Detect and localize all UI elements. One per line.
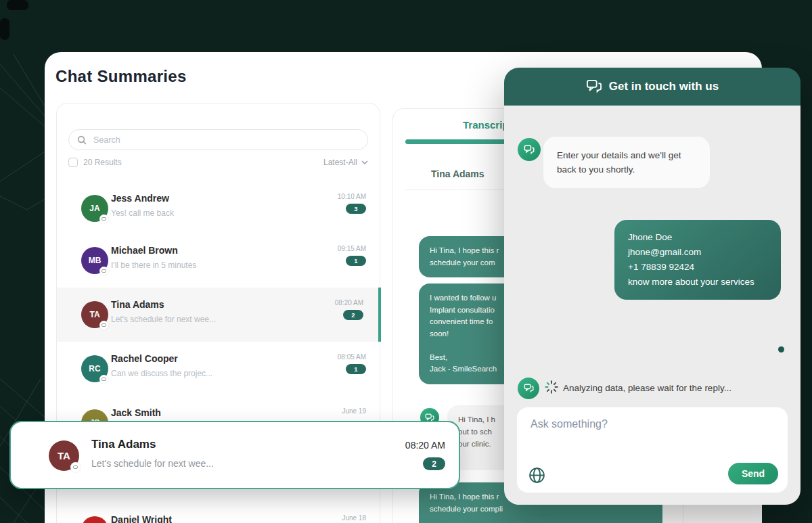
- bot-avatar-chat-icon: [518, 138, 541, 161]
- contact-row-jess-andrew[interactable]: JA Jess Andrew Yes! call me back 10:10 A…: [57, 181, 381, 235]
- toast-contact-name: Tina Adams: [91, 438, 156, 451]
- transcript-contact-name: Tina Adams: [431, 168, 484, 179]
- page-title: Chat Summaries: [55, 67, 187, 86]
- chat-widget: Get in touch with us Enter your details …: [504, 68, 800, 505]
- contact-row-daniel-wright[interactable]: DW Daniel Wright June 18: [57, 503, 381, 523]
- notification-toast-tina-adams[interactable]: TA Tina Adams Let's schedule for next we…: [9, 421, 460, 489]
- chat-source-icon: [99, 321, 108, 329]
- contact-row-tina-adams[interactable]: TA Tina Adams Let's schedule for next we…: [57, 288, 381, 342]
- search-box[interactable]: [68, 129, 368, 150]
- sort-filter-label: Latest-All: [323, 158, 357, 167]
- contact-name: Jack Smith: [111, 407, 161, 418]
- contact-last-message: Let's schedule for next wee...: [111, 315, 216, 324]
- chevron-down-icon: [361, 160, 368, 164]
- unread-badge: 1: [346, 256, 366, 266]
- results-count: 20 Results: [83, 158, 122, 167]
- contact-time: 08:05 AM: [338, 353, 366, 361]
- chat-widget-title: Get in touch with us: [609, 80, 719, 93]
- toast-unread-badge: 2: [423, 457, 445, 470]
- message-input[interactable]: [529, 417, 773, 457]
- chat-widget-body: Enter your details and we'll get back to…: [504, 106, 800, 505]
- contact-last-message: Can we discuss the projec...: [111, 369, 212, 378]
- contact-time: 09:15 AM: [338, 245, 366, 252]
- contact-time: 08:20 AM: [335, 299, 363, 306]
- chat-source-icon: [99, 375, 108, 384]
- search-input[interactable]: [92, 135, 359, 145]
- select-all-checkbox[interactable]: [68, 158, 78, 167]
- chat-source-icon: [99, 267, 108, 275]
- results-row: 20 Results Latest-All: [68, 158, 368, 167]
- toast-message: Let's schedule for next wee...: [91, 458, 214, 469]
- contact-name: Michael Brown: [111, 245, 178, 256]
- bot-avatar-chat-icon: [518, 378, 539, 399]
- message-status-dot: [778, 346, 784, 353]
- contact-last-message: Yes! call me back: [111, 208, 174, 218]
- unread-badge: 3: [346, 204, 366, 214]
- contact-name: Daniel Wright: [111, 514, 172, 523]
- globe-icon[interactable]: [528, 466, 546, 484]
- corner-decoration: [7, 0, 28, 10]
- search-icon: [77, 135, 87, 145]
- contact-time: June 19: [342, 407, 366, 415]
- sort-filter-dropdown[interactable]: Latest-All: [323, 158, 368, 167]
- message-input-card: Send: [517, 407, 788, 493]
- avatar: DW: [81, 516, 108, 523]
- loading-spinner-icon: [544, 380, 559, 394]
- contact-name: Jess Andrew: [111, 193, 169, 204]
- contact-name: Rachel Cooper: [111, 353, 178, 364]
- contact-row-michael-brown[interactable]: MB Michael Brown I'll be there in 5 minu…: [57, 233, 381, 288]
- corner-decoration: [0, 18, 9, 40]
- contact-last-message: I'll be there in 5 minutes: [111, 260, 196, 270]
- screen: Chat Summaries 20 Results Latest-All JA …: [0, 0, 812, 523]
- analyzing-status-text: Analyzing data, please wait for the repl…: [563, 383, 731, 393]
- contact-name: Tina Adams: [111, 299, 164, 310]
- toast-time: 08:20 AM: [405, 440, 445, 451]
- chat-source-icon: [99, 214, 108, 223]
- send-button[interactable]: Send: [728, 463, 778, 484]
- chat-widget-header: Get in touch with us: [504, 68, 800, 106]
- chat-source-icon: [70, 462, 81, 472]
- contact-row-rachel-cooper[interactable]: RC Rachel Cooper Can we discuss the proj…: [57, 342, 381, 396]
- user-message-bubble: Jhone Doe jhone@gmail.com +1 78839 92424…: [614, 220, 781, 300]
- unread-badge: 2: [343, 310, 363, 320]
- unread-badge: 1: [346, 364, 366, 374]
- contact-time: June 18: [342, 514, 366, 522]
- bot-message-bubble: Enter your details and we'll get back to…: [543, 137, 710, 188]
- chat-bubbles-icon: [586, 79, 602, 94]
- contact-time: 10:10 AM: [338, 193, 366, 200]
